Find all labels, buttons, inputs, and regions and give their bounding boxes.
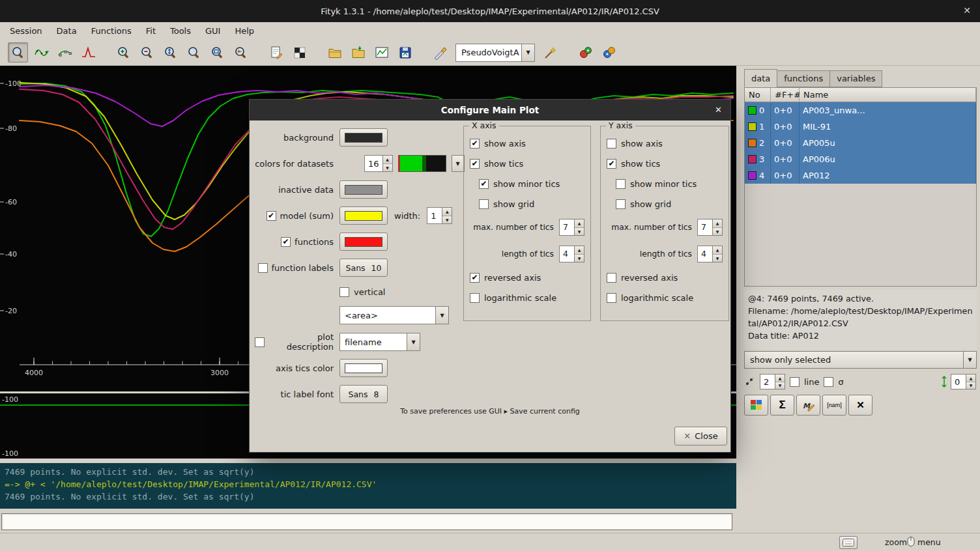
- add-peak-mode-button[interactable]: [78, 42, 98, 63]
- shift-spinner[interactable]: 0 ▲▼: [951, 374, 976, 389]
- menu-functions[interactable]: Functions: [84, 23, 139, 38]
- checkbox[interactable]: [616, 179, 626, 189]
- tab-variables[interactable]: variables: [829, 70, 882, 87]
- command-input[interactable]: [1, 513, 732, 530]
- spin-up-button[interactable]: ▲: [966, 374, 975, 382]
- dataset-colors-count-spinner[interactable]: 16 ▲▼: [364, 155, 393, 172]
- save-session-button[interactable]: [395, 42, 415, 63]
- open-data-with-options-button[interactable]: [348, 42, 368, 63]
- auto-add-peak-button[interactable]: [540, 42, 560, 63]
- spin-down-button[interactable]: ▼: [713, 255, 722, 262]
- data-range-mode-button[interactable]: [31, 42, 51, 63]
- y-axis-logarithmic-scale[interactable]: logarithmic scale: [607, 292, 723, 304]
- dataset-row-4[interactable]: 40+0AP012: [745, 167, 976, 184]
- menu-tools[interactable]: Tools: [163, 23, 198, 38]
- column-header-f[interactable]: #F+#: [771, 88, 800, 102]
- x-axis-show-minor-tics[interactable]: ✔show minor tics: [479, 178, 584, 190]
- data-editor-button[interactable]: [430, 42, 450, 63]
- checkbox[interactable]: ✔: [479, 179, 489, 189]
- checkbox[interactable]: [470, 293, 480, 303]
- plot-description-checkbox[interactable]: [255, 337, 265, 347]
- column-header-name[interactable]: Name: [800, 88, 976, 102]
- spin-up-button[interactable]: ▲: [775, 374, 785, 382]
- close-button[interactable]: ✕ Close: [674, 427, 727, 445]
- checkbox[interactable]: ✔: [470, 273, 480, 283]
- label-font-button[interactable]: Sans 10: [339, 259, 388, 277]
- rename-dataset-button[interactable]: [nam]: [822, 395, 846, 416]
- x-axis-logarithmic-scale[interactable]: logarithmic scale: [470, 292, 584, 304]
- spin-up-button[interactable]: ▲: [442, 208, 452, 216]
- edit-data-button[interactable]: M: [796, 395, 820, 416]
- checkbox[interactable]: [607, 139, 616, 148]
- plot-description-select[interactable]: filename ▼: [339, 333, 420, 351]
- dataset-row-1[interactable]: 10+0MIL-91: [745, 119, 976, 135]
- spin-down-button[interactable]: ▼: [575, 255, 584, 262]
- dataset-colors-dropdown-button[interactable]: ▼: [452, 155, 465, 172]
- function-labels-checkbox[interactable]: [258, 263, 268, 273]
- spin-down-button[interactable]: ▼: [442, 216, 452, 224]
- checkbox[interactable]: ✔: [470, 139, 480, 148]
- menu-gui[interactable]: GUI: [198, 23, 227, 38]
- dataset-colors-button[interactable]: [744, 395, 768, 416]
- spin-down-button[interactable]: ▼: [713, 228, 722, 236]
- spin-down-button[interactable]: ▼: [775, 382, 785, 389]
- checkbox[interactable]: [616, 199, 626, 209]
- column-header-no[interactable]: No: [745, 88, 771, 102]
- inactive-data-color-button[interactable]: [339, 180, 388, 199]
- dataset-row-3[interactable]: 30+0AP006u: [745, 151, 976, 167]
- open-data-button[interactable]: [324, 42, 345, 63]
- point-size-spinner[interactable]: 2 ▲▼: [760, 374, 785, 389]
- y-axis-show-tics[interactable]: ✔show tics: [607, 158, 723, 169]
- checkbox[interactable]: ✔: [607, 159, 616, 169]
- dataset-colors-preview[interactable]: [398, 155, 446, 172]
- fit-settings-button[interactable]: [599, 42, 619, 63]
- spin-down-button[interactable]: ▼: [575, 228, 584, 236]
- spinner[interactable]: 7▲▼: [559, 219, 584, 236]
- x-axis-show-axis[interactable]: ✔show axis: [470, 137, 584, 149]
- checkbox[interactable]: [479, 199, 489, 209]
- menu-data[interactable]: Data: [50, 23, 84, 38]
- label-format-select[interactable]: <area> ▼: [339, 306, 449, 324]
- line-checkbox[interactable]: [790, 377, 800, 387]
- menu-help[interactable]: Help: [227, 23, 261, 38]
- spinner[interactable]: 7▲▼: [697, 219, 723, 236]
- vertical-checkbox[interactable]: [339, 287, 349, 297]
- delete-dataset-button[interactable]: ✕: [848, 395, 872, 416]
- function-type-select[interactable]: PseudoVoigtA▼: [455, 44, 535, 62]
- chevron-down-icon[interactable]: ▼: [521, 44, 534, 61]
- sigma-checkbox[interactable]: [824, 377, 833, 387]
- dataset-row-0[interactable]: 00+0AP003_unwa...: [745, 102, 976, 119]
- y-axis-show-grid[interactable]: show grid: [616, 198, 723, 210]
- window-close-button[interactable]: ✕: [963, 6, 971, 15]
- checkbox[interactable]: [607, 273, 616, 283]
- show-only-selected-dropdown[interactable]: show only selected ▼: [744, 351, 977, 369]
- y-axis-show-axis[interactable]: show axis: [607, 137, 723, 149]
- tab-functions[interactable]: functions: [777, 70, 830, 87]
- zoom-select-mode-button[interactable]: [8, 42, 28, 63]
- tab-data[interactable]: data: [744, 69, 777, 87]
- spin-down-button[interactable]: ▼: [966, 382, 975, 389]
- model-width-spinner[interactable]: 1 ▲▼: [427, 207, 452, 224]
- dataset-row-2[interactable]: 20+0AP005u: [745, 135, 976, 151]
- chevron-down-icon[interactable]: ▼: [435, 307, 448, 324]
- mouse-hints-button[interactable]: [839, 536, 857, 549]
- spin-up-button[interactable]: ▲: [575, 219, 584, 228]
- zoom-all-button[interactable]: [207, 42, 227, 63]
- chevron-down-icon[interactable]: ▼: [963, 352, 976, 368]
- fit-run-button[interactable]: [575, 42, 596, 63]
- tic-font-button[interactable]: Sans 8: [339, 385, 388, 403]
- spinner[interactable]: 4▲▼: [697, 246, 723, 262]
- model-sum-checkbox[interactable]: ✔: [267, 211, 276, 221]
- zoom-out-button[interactable]: [137, 42, 157, 63]
- axis-tics-color-button[interactable]: [339, 359, 388, 377]
- x-axis-show-tics[interactable]: ✔show tics: [470, 158, 584, 169]
- sum-datasets-button[interactable]: Σ: [770, 395, 794, 416]
- spin-up-button[interactable]: ▲: [713, 219, 722, 228]
- x-axis-reversed-axis[interactable]: ✔reversed axis: [470, 272, 584, 283]
- spin-up-button[interactable]: ▲: [575, 246, 584, 255]
- data-plot-window-button[interactable]: [371, 42, 392, 63]
- menu-fit[interactable]: Fit: [139, 23, 163, 38]
- background-color-button[interactable]: [339, 128, 388, 147]
- zoom-previous-button[interactable]: [231, 42, 251, 63]
- chevron-down-icon[interactable]: ▼: [407, 333, 420, 350]
